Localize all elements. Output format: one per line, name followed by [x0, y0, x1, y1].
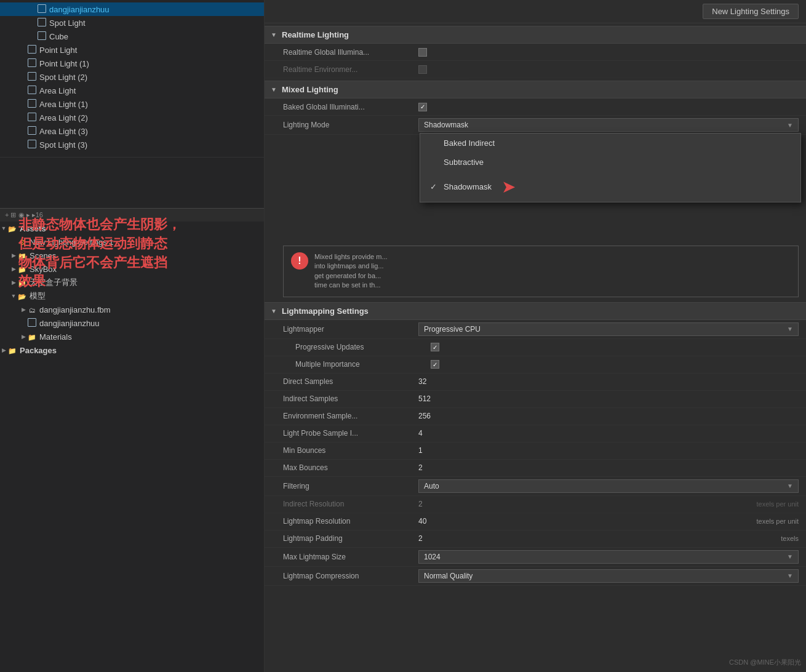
value-direct-samples[interactable]: 32 — [418, 377, 799, 386]
tree-item-assets[interactable]: Assets — [0, 222, 264, 235]
lightmapper-arrow: ▼ — [787, 326, 793, 332]
warning-text: Mixed lights provide m...into lightmaps … — [314, 252, 388, 290]
section-mixed-lighting[interactable]: ▼ Mixed Lighting — [265, 81, 806, 98]
section-title-realtime: Realtime Lighting — [282, 30, 349, 39]
row-filtering: Filtering Auto ▼ — [265, 477, 806, 496]
top-bar-right: New Lighting Settings — [265, 0, 806, 23]
label-indirect-samples: Indirect Samples — [283, 394, 418, 403]
checkbox-baked-gi-box[interactable]: ✓ — [418, 103, 427, 111]
folder-icon-model — [17, 291, 27, 301]
lighting-mode-container: Lighting Mode Shadowmask ▼ Baked Indirec… — [265, 116, 806, 135]
popup-item-subtractive[interactable]: Subtractive — [420, 153, 800, 172]
tree-item-dang2[interactable]: dangjianjianzhuu — [0, 316, 264, 330]
lightmapper-dropdown[interactable]: Progressive CPU ▼ — [418, 322, 799, 336]
tree-label-dang2: dangjianjianzhuu — [39, 319, 100, 328]
row-indirect-res: Indirect Resolution 2 texels per unit — [265, 496, 806, 513]
cube-icon-point1 — [27, 45, 37, 55]
tree-item-model[interactable]: 模型 — [0, 289, 264, 303]
value-env-samples[interactable]: 256 — [418, 412, 799, 420]
tree-item-scenes[interactable]: Scenes — [0, 249, 264, 262]
folder-icon-assets — [7, 223, 17, 233]
row-light-probe: Light Probe Sample I... 4 — [265, 425, 806, 442]
tree-item-skybox-bg[interactable]: 天空盒子背景 — [0, 276, 264, 289]
hierarchy-list: dangjianjianzhuu Spot Light Cube Point L… — [0, 0, 264, 672]
folder-icon-scenes — [17, 250, 27, 260]
section-arrow-realtime: ▼ — [271, 31, 278, 38]
label-light-probe: Light Probe Sample I... — [283, 429, 418, 438]
tree-item-cube[interactable]: Cube — [0, 30, 264, 43]
value-light-probe[interactable]: 4 — [418, 429, 799, 438]
tree-item-dangjianjianzhuu[interactable]: dangjianjianzhuu — [0, 2, 264, 16]
checkbox-realtime-env[interactable] — [418, 65, 799, 74]
label-filtering: Filtering — [283, 482, 418, 490]
tree-label-skybox: SkyBox — [30, 265, 57, 274]
arrow-pointer-icon: ➤ — [501, 177, 516, 197]
tree-label-area1: Area Light (1) — [39, 100, 88, 109]
folder-icon-packages — [7, 345, 17, 355]
tree-item-spot2[interactable]: Spot Light (2) — [0, 70, 264, 84]
max-lightmap-size-dropdown[interactable]: 1024 ▼ — [418, 550, 799, 564]
tree-item-fbm[interactable]: dangjianjianzhu.fbm — [0, 303, 264, 316]
value-lightmap-res[interactable]: 40 — [418, 517, 752, 526]
label-lighting-mode: Lighting Mode — [283, 121, 418, 129]
tree-label-skybox-bg: 天空盒子背景 — [30, 277, 78, 288]
checkbox-baked-gi[interactable]: ✓ — [418, 102, 799, 111]
section-arrow-mixed: ▼ — [271, 86, 278, 93]
lighting-mode-dropdown[interactable]: Shadowmask ▼ — [418, 118, 799, 132]
tree-item-skybox[interactable]: SkyBox — [0, 262, 264, 276]
row-lightmap-compression: Lightmap Compression Normal Quality ▼ — [265, 567, 806, 586]
cube-icon-cube — [37, 31, 47, 41]
value-lightmap-padding[interactable]: 2 — [418, 534, 776, 543]
max-lightmap-size-value: 1024 — [424, 553, 441, 561]
tree-item-point1[interactable]: Point Light — [0, 43, 264, 57]
row-direct-samples: Direct Samples 32 — [265, 374, 806, 391]
section-arrow-lightmapping: ▼ — [271, 308, 278, 314]
tree-item-area[interactable]: Area Light — [0, 84, 264, 97]
value-min-bounces[interactable]: 1 — [418, 446, 799, 455]
lightmap-compression-dropdown[interactable]: Normal Quality ▼ — [418, 569, 799, 583]
label-realtime-gi: Realtime Global Illumina... — [283, 48, 418, 57]
tree-item-packages[interactable]: Packages — [0, 343, 264, 357]
tree-item-spot-light[interactable]: Spot Light — [0, 16, 264, 30]
checkbox-realtime-env-box[interactable] — [418, 65, 427, 74]
popup-item-shadowmask[interactable]: ✓ Shadowmask ➤ — [420, 172, 800, 202]
label-progressive-updates: Progressive Updates — [295, 343, 431, 351]
tree-label-scenes: Scenes — [30, 251, 56, 260]
value-max-bounces[interactable]: 2 — [418, 463, 799, 472]
label-lightmap-res: Lightmap Resolution — [283, 517, 418, 526]
tree-label-area2: Area Light (2) — [39, 113, 88, 122]
filtering-dropdown[interactable]: Auto ▼ — [418, 479, 799, 493]
value-indirect-samples[interactable]: 512 — [418, 394, 799, 403]
checkbox-realtime-gi-box[interactable] — [418, 48, 427, 57]
checkbox-multiple-importance-box[interactable]: ✓ — [431, 360, 439, 369]
tree-item-area2[interactable]: Area Light (2) — [0, 111, 264, 124]
warning-box: ! Mixed lights provide m...into lightmap… — [283, 246, 799, 297]
tree-label-fbm: dangjianjianzhu.fbm — [39, 305, 111, 314]
section-realtime-lighting[interactable]: ▼ Realtime Lighting — [265, 26, 806, 44]
cube-icon-spot2 — [27, 72, 37, 82]
tree-item-spot3[interactable]: Spot Light (3) — [0, 138, 264, 151]
cube-icon-area2 — [27, 113, 37, 122]
checkbox-progressive-updates-box[interactable]: ✓ — [431, 343, 439, 351]
tree-item-new-lighting[interactable]: New Lighting Settings 1 — [0, 235, 264, 249]
tree-item-materials[interactable]: Materials — [0, 330, 264, 343]
tree-label-spot: Spot Light — [49, 18, 86, 28]
row-min-bounces: Min Bounces 1 — [265, 442, 806, 460]
section-lightmapping[interactable]: ▼ Lightmapping Settings — [265, 302, 806, 320]
row-lightmapper: Lightmapper Progressive CPU ▼ — [265, 320, 806, 339]
tree-item-point2[interactable]: Point Light (1) — [0, 57, 264, 70]
tree-label-new-lighting: New Lighting Settings 1 — [30, 238, 114, 247]
tree-item-area1[interactable]: Area Light (1) — [0, 97, 264, 111]
row-progressive-updates: Progressive Updates ✓ — [265, 339, 806, 356]
checkbox-progressive-updates[interactable]: ✓ — [431, 343, 799, 352]
new-lighting-settings-button[interactable]: New Lighting Settings — [703, 4, 799, 19]
tree-label-dangjianjianzhuu: dangjianjianzhuu — [49, 5, 110, 14]
popup-item-baked-indirect[interactable]: Baked Indirect — [420, 134, 800, 153]
csdn-label: CSDN @MINE小果阳光 — [729, 658, 801, 667]
checkbox-realtime-gi[interactable] — [418, 47, 799, 57]
tree-label-packages: Packages — [20, 346, 57, 355]
checkbox-multiple-importance[interactable]: ✓ — [431, 360, 799, 369]
tree-label-point1: Point Light — [39, 46, 77, 55]
tree-item-area3[interactable]: Area Light (3) — [0, 124, 264, 138]
row-lightmap-padding: Lightmap Padding 2 texels — [265, 530, 806, 548]
